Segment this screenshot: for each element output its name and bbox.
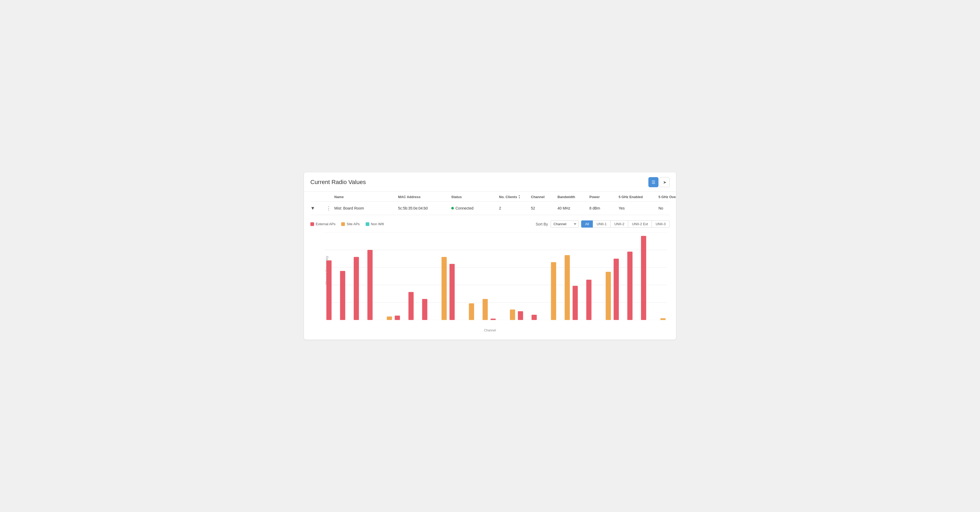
svg-rect-34: [482, 299, 488, 320]
svg-rect-42: [531, 315, 537, 320]
chart-container: Channel Occupancy 0%10%20%30%40%50%36404…: [310, 232, 670, 333]
legend-non-wifi: Non Wifi: [366, 222, 384, 226]
status-cell: Connected: [451, 206, 499, 210]
svg-rect-44: [551, 262, 556, 320]
table-section: Name MAC Address Status No. Clients ▲▼ C…: [304, 192, 676, 215]
svg-rect-22: [395, 316, 400, 320]
svg-rect-36: [490, 319, 496, 320]
list-view-button[interactable]: ☰: [648, 177, 659, 187]
col-bandwidth: Bandwidth: [557, 195, 589, 199]
mac-address: 5c:5b:35:0e:04:b0: [398, 206, 451, 210]
sort-select[interactable]: Channel Occupancy: [550, 220, 579, 228]
power-value: 8 dBm: [589, 206, 619, 210]
svg-rect-26: [422, 299, 428, 320]
svg-rect-38: [510, 309, 515, 320]
sort-by-label: Sort By: [536, 222, 548, 226]
svg-rect-46: [565, 255, 570, 320]
main-card: Current Radio Values ☰ ➤ Name MAC Addres…: [304, 172, 676, 340]
row-menu-button[interactable]: ⋮: [326, 205, 334, 211]
device-name: Mist: Board Room: [334, 206, 398, 210]
legend-label-external: External APs: [316, 222, 335, 226]
legend-dot-external: [310, 222, 314, 226]
legend-external-aps: External APs: [310, 222, 335, 226]
col-5ghz-overridden: 5 GHz Overridden: [659, 195, 676, 199]
legend-dot-site: [341, 222, 345, 226]
svg-rect-18: [368, 250, 373, 320]
svg-rect-52: [606, 272, 611, 320]
band-unii1-button[interactable]: UNII-1: [593, 220, 611, 228]
table-row: ▼ ⋮ Mist: Board Room 5c:5b:35:0e:04:b0 C…: [310, 201, 670, 215]
col-name: Name: [334, 195, 398, 199]
col-status: Status: [451, 195, 499, 199]
card-title: Current Radio Values: [310, 179, 366, 185]
band-unii2ext-button[interactable]: UNII-2 Ext: [628, 220, 652, 228]
col-clients: No. Clients ▲▼: [499, 194, 531, 199]
svg-rect-60: [660, 318, 666, 320]
svg-rect-56: [627, 252, 633, 320]
table-header: Name MAC Address Status No. Clients ▲▼ C…: [310, 192, 670, 201]
chart-legend: External APs Site APs Non Wifi: [310, 222, 384, 226]
svg-rect-48: [573, 286, 578, 320]
svg-rect-58: [641, 236, 646, 320]
5ghz-enabled-value: Yes: [619, 206, 659, 210]
status-indicator: [451, 207, 454, 209]
band-buttons: All UNII-1 UNII-2 UNII-2 Ext UNII-3: [581, 220, 670, 228]
col-5ghz-enabled: 5 GHz Enabled: [619, 195, 659, 199]
col-power: Power: [589, 195, 619, 199]
chart-section: External APs Site APs Non Wifi Sort By C…: [304, 215, 676, 340]
band-unii2-button[interactable]: UNII-2: [610, 220, 628, 228]
chart-legend-bar: External APs Site APs Non Wifi Sort By C…: [310, 220, 670, 228]
svg-rect-16: [354, 257, 359, 320]
svg-rect-12: [326, 260, 332, 320]
legend-dot-nonwifi: [366, 222, 369, 226]
header-actions: ☰ ➤: [648, 177, 670, 187]
legend-label-site: Site APs: [347, 222, 360, 226]
svg-rect-14: [340, 271, 345, 320]
channel-value: 52: [531, 206, 557, 210]
band-all-button[interactable]: All: [581, 220, 593, 228]
status-text: Connected: [455, 206, 474, 210]
send-button[interactable]: ➤: [660, 177, 670, 187]
col-channel: Channel: [531, 195, 557, 199]
5ghz-overridden-value: No: [659, 206, 676, 210]
svg-rect-50: [586, 280, 592, 320]
col-mac: MAC Address: [398, 195, 451, 199]
svg-rect-30: [449, 264, 455, 320]
svg-rect-20: [387, 317, 392, 320]
svg-rect-24: [409, 292, 414, 320]
svg-rect-54: [614, 258, 619, 320]
sort-icon: ▲▼: [518, 194, 520, 199]
chart-controls: Sort By Channel Occupancy All UNII-1 UNI…: [536, 220, 670, 228]
svg-rect-40: [518, 311, 523, 320]
chart-bars: 0%10%20%30%40%50%36404448525660641001041…: [325, 232, 667, 320]
bandwidth-value: 40 MHz: [557, 206, 589, 210]
legend-label-nonwifi: Non Wifi: [371, 222, 384, 226]
expand-button[interactable]: ▼: [310, 206, 326, 211]
x-axis-title: Channel: [484, 328, 496, 332]
card-header: Current Radio Values ☰ ➤: [304, 172, 676, 192]
legend-site-aps: Site APs: [341, 222, 360, 226]
clients-count: 2: [499, 206, 531, 210]
svg-rect-32: [469, 303, 474, 320]
band-unii3-button[interactable]: UNII-3: [652, 220, 670, 228]
svg-rect-28: [442, 257, 447, 320]
